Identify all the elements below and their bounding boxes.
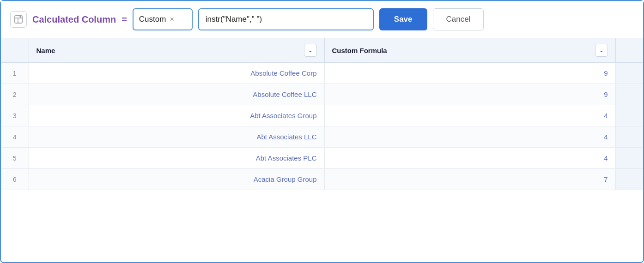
custom-formula-column-header: Custom Formula ⌄ — [324, 38, 615, 63]
extra-cell — [615, 148, 643, 169]
toolbar-equals: = — [122, 14, 127, 25]
extra-cell — [615, 105, 643, 126]
table-row: 4Abt Associates LLC4 — [1, 126, 643, 148]
name-cell: Abt Associates LLC — [29, 126, 324, 148]
name-cell: Acacia Group Group — [29, 169, 324, 190]
formula-input-box[interactable] — [198, 8, 374, 30]
row-number-cell: 2 — [1, 84, 29, 105]
table-container: Name ⌄ Custom Formula ⌄ — [1, 38, 643, 262]
data-table: Name ⌄ Custom Formula ⌄ — [1, 38, 643, 190]
extra-cell — [615, 63, 643, 84]
extra-cell — [615, 126, 643, 148]
custom-formula-cell: 4 — [324, 126, 615, 148]
formula-input[interactable] — [206, 15, 366, 24]
extra-cell — [615, 169, 643, 190]
extra-cell — [615, 84, 643, 105]
table-row: 6Acacia Group Group7 — [1, 169, 643, 190]
chevron-down-icon-2: ⌄ — [599, 48, 603, 54]
name-column-header: Name ⌄ — [29, 38, 324, 63]
custom-formula-cell: 4 — [324, 148, 615, 169]
custom-formula-cell: 7 — [324, 169, 615, 190]
app-container: Calculated Column = Custom × Save Cancel — [0, 0, 644, 263]
name-cell: Abt Associates PLC — [29, 148, 324, 169]
formula-type-box[interactable]: Custom × — [133, 8, 193, 30]
table-row: 5Abt Associates PLC4 — [1, 148, 643, 169]
row-number-cell: 1 — [1, 63, 29, 84]
close-icon[interactable]: × — [170, 16, 174, 23]
custom-formula-cell: 4 — [324, 105, 615, 126]
formula-type-label: Custom — [139, 15, 166, 24]
row-number-cell: 3 — [1, 105, 29, 126]
table-body: 1Absolute Coffee Corp92Absolute Coffee L… — [1, 63, 643, 190]
name-cell: Absolute Coffee LLC — [29, 84, 324, 105]
chevron-down-icon: ⌄ — [308, 48, 312, 54]
row-number-cell: 4 — [1, 126, 29, 148]
row-number-cell: 6 — [1, 169, 29, 190]
table-header: Name ⌄ Custom Formula ⌄ — [1, 38, 643, 63]
row-num-header — [1, 38, 29, 63]
extra-column-header — [615, 38, 643, 63]
table-row: 2Absolute Coffee LLC9 — [1, 84, 643, 105]
row-number-cell: 5 — [1, 148, 29, 169]
table-row: 1Absolute Coffee Corp9 — [1, 63, 643, 84]
table-plus-icon — [10, 11, 27, 28]
cancel-button[interactable]: Cancel — [433, 8, 484, 30]
toolbar: Calculated Column = Custom × Save Cancel — [1, 1, 643, 38]
name-cell: Absolute Coffee Corp — [29, 63, 324, 84]
save-button[interactable]: Save — [379, 8, 427, 30]
custom-formula-cell: 9 — [324, 63, 615, 84]
custom-formula-cell: 9 — [324, 84, 615, 105]
custom-formula-column-sort-button[interactable]: ⌄ — [595, 44, 608, 57]
table-row: 3Abt Associates Group4 — [1, 105, 643, 126]
name-cell: Abt Associates Group — [29, 105, 324, 126]
toolbar-title: Calculated Column — [32, 14, 116, 25]
name-column-sort-button[interactable]: ⌄ — [304, 44, 317, 57]
